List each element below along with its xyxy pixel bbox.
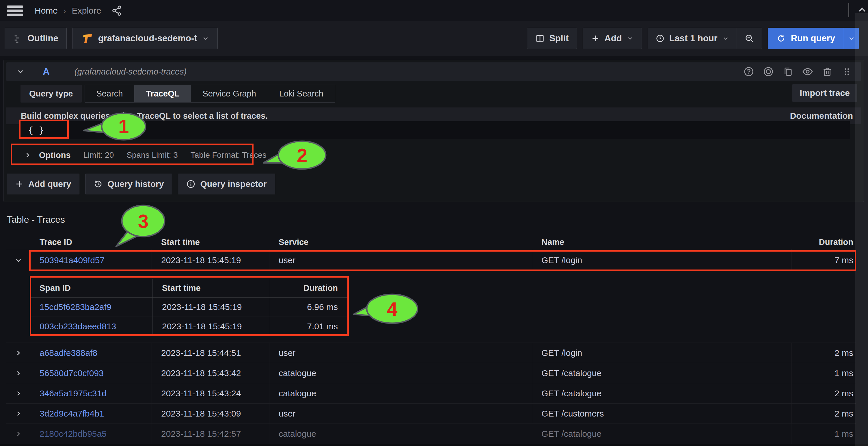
trace-start-time: 2023-11-18 15:45:19 — [152, 249, 270, 271]
trace-name: GET /login — [532, 343, 792, 363]
table-row[interactable]: 3d2d9c4a7fb4b1 2023-11-18 15:43:09 user … — [6, 403, 856, 423]
info-icon — [186, 179, 195, 189]
query-editor-panel: A (grafanacloud-sedemo-traces) — [3, 60, 864, 202]
outline-button[interactable]: Outline — [5, 28, 67, 49]
trace-duration: 2 ms — [792, 404, 856, 423]
trace-id-link[interactable]: 56580d7c0cf093 — [39, 368, 104, 378]
drag-handle-icon[interactable] — [841, 66, 853, 78]
add-query-label: Add query — [28, 179, 71, 189]
traceql-description: Build complex queries using TraceQL to s… — [21, 111, 268, 121]
table-row[interactable]: 346a5a1975c31d 2023-11-18 15:43:24 catal… — [6, 383, 856, 403]
col-header-span-duration: Duration — [270, 284, 348, 293]
trace-id-link[interactable]: 346a5a1975c31d — [39, 388, 106, 398]
clock-icon — [655, 34, 665, 43]
query-history-button[interactable]: Query history — [85, 174, 172, 195]
documentation-link[interactable]: Documentation — [790, 111, 853, 121]
disable-query-icon[interactable] — [762, 66, 774, 78]
trace-start-time: 2023-11-18 15:42:57 — [152, 424, 270, 444]
split-button[interactable]: Split — [527, 28, 577, 49]
row-expand-chevron-icon[interactable] — [15, 410, 22, 417]
table-panel-title: Table - Traces — [7, 214, 65, 225]
chevron-down-icon — [722, 35, 729, 42]
query-datasource-hint: (grafanacloud-sedemo-traces) — [74, 67, 187, 77]
spans-subtable-header: Span ID Start time Duration — [30, 279, 348, 298]
trace-duration: 2 ms — [792, 343, 856, 363]
trace-duration: 7 ms — [792, 249, 856, 271]
trace-service: catalogue — [270, 383, 532, 403]
zoom-out-time-button[interactable] — [737, 28, 762, 49]
breadcrumb-home[interactable]: Home — [35, 6, 58, 16]
query-inspector-label: Query inspector — [200, 179, 267, 189]
trace-service: user — [270, 404, 532, 423]
trace-id-link[interactable]: a68adfe388af8 — [39, 348, 97, 358]
col-header-duration[interactable]: Duration — [792, 237, 856, 247]
col-header-trace-id[interactable]: Trace ID — [30, 237, 152, 247]
datasource-name: grafanacloud-sedemo-t — [98, 33, 197, 43]
trace-service: catalogue — [270, 363, 532, 383]
import-trace-button[interactable]: Import trace — [792, 84, 857, 102]
breadcrumb-explore[interactable]: Explore — [72, 6, 101, 16]
tab-service-graph[interactable]: Service Graph — [191, 85, 268, 102]
split-label: Split — [549, 33, 568, 43]
col-header-start-time[interactable]: Start time — [152, 237, 270, 247]
trace-id-link[interactable]: 503941a409fd57 — [39, 255, 104, 265]
span-id-link[interactable]: 15cd5f6283ba2af9 — [39, 302, 112, 312]
row-expand-chevron-icon[interactable] — [15, 369, 22, 377]
span-duration: 6.96 ms — [270, 302, 348, 312]
trace-id-link[interactable]: 2180c42bdb95a5 — [39, 429, 106, 439]
span-id-link[interactable]: 003cb233daeed813 — [39, 322, 116, 331]
run-query-button[interactable]: Run query — [768, 28, 859, 49]
scroll-up-chevron-icon[interactable] — [857, 4, 868, 16]
query-row-header[interactable]: A (grafanacloud-sedemo-traces) — [6, 62, 861, 81]
table-row[interactable]: 56580d7c0cf093 2023-11-18 15:43:42 catal… — [6, 363, 856, 383]
options-collapsed-row[interactable]: Options Limit: 20 Spans Limit: 3 Table F… — [16, 146, 267, 165]
explore-toolbar: Outline grafanacloud-sedemo-t Split Add — [0, 21, 868, 56]
tempo-datasource-icon — [81, 32, 94, 45]
expanded-spans-area: Span ID Start time Duration 15cd5f6283ba… — [6, 271, 856, 343]
hide-response-eye-icon[interactable] — [802, 66, 814, 78]
add-query-button[interactable]: Add query — [7, 174, 80, 195]
scrollbar-track[interactable] — [855, 13, 868, 446]
time-range-picker[interactable]: Last 1 hour — [648, 28, 737, 49]
plus-icon — [15, 180, 24, 188]
table-row[interactable]: 2180c42bdb95a5 2023-11-18 15:42:57 catal… — [6, 423, 856, 444]
add-button[interactable]: Add — [583, 28, 642, 49]
options-expand-chevron-icon[interactable] — [24, 151, 31, 159]
row-expand-chevron-icon[interactable] — [15, 430, 22, 438]
span-row[interactable]: 003cb233daeed813 2023-11-18 15:45:19 7.0… — [30, 317, 348, 336]
outline-list-icon — [13, 33, 23, 43]
traceql-query-input[interactable]: { } — [21, 121, 850, 139]
row-expand-chevron-icon[interactable] — [15, 390, 22, 397]
refresh-icon — [776, 34, 786, 43]
query-inspector-button[interactable]: Query inspector — [178, 174, 275, 195]
help-icon[interactable] — [743, 66, 755, 78]
tab-traceql[interactable]: TraceQL — [134, 85, 191, 102]
tab-search[interactable]: Search — [85, 85, 134, 102]
share-icon[interactable] — [111, 5, 123, 17]
col-header-service[interactable]: Service — [270, 237, 532, 247]
copy-query-icon[interactable] — [782, 66, 794, 78]
query-text: { } — [28, 125, 44, 135]
run-query-label: Run query — [791, 33, 835, 43]
table-row[interactable]: 503941a409fd57 2023-11-18 15:45:19 user … — [6, 249, 856, 271]
trace-duration: 1 ms — [792, 363, 856, 383]
table-row[interactable]: a68adfe388af8 2023-11-18 15:44:51 user G… — [6, 343, 856, 363]
top-nav: Home › Explore — [0, 0, 868, 21]
options-table-format: Table Format: Traces — [191, 150, 267, 160]
collapse-chevron-icon[interactable] — [16, 67, 25, 76]
row-collapse-chevron-icon[interactable] — [14, 256, 23, 264]
delete-query-trash-icon[interactable] — [821, 66, 833, 78]
trace-id-link[interactable]: 3d2d9c4a7fb4b1 — [39, 409, 104, 419]
col-header-name[interactable]: Name — [532, 237, 792, 247]
span-row[interactable]: 15cd5f6283ba2af9 2023-11-18 15:45:19 6.9… — [30, 298, 348, 317]
col-header-span-start: Start time — [153, 279, 270, 297]
trace-start-time: 2023-11-18 15:43:24 — [152, 383, 270, 403]
tab-loki-search[interactable]: Loki Search — [268, 85, 335, 102]
row-expand-chevron-icon[interactable] — [15, 349, 22, 357]
split-panes-icon — [535, 34, 545, 43]
options-toggle[interactable]: Options — [39, 150, 71, 160]
datasource-picker[interactable]: grafanacloud-sedemo-t — [72, 28, 218, 49]
outline-label: Outline — [27, 33, 58, 43]
trace-duration: 1 ms — [792, 424, 856, 444]
menu-icon[interactable] — [7, 4, 23, 17]
